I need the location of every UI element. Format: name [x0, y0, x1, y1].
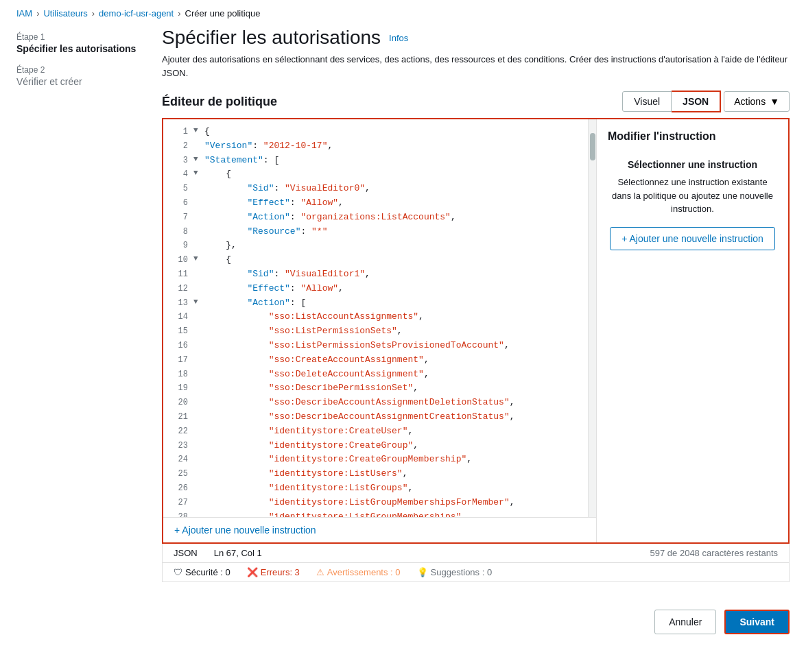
sidebar: Étape 1 Spécifier les autorisations Étap… [16, 27, 140, 582]
shield-icon: 🛡 [174, 567, 182, 577]
code-line: 24 "identitystore:CreateGroupMembership"… [163, 453, 588, 467]
code-line: 19 "sso:DescribePermissionSet", [163, 381, 588, 396]
error-icon: ❌ [247, 567, 258, 577]
page-title-section: Spécifier les autorisations Infos Ajoute… [162, 27, 790, 80]
breadcrumb-agent[interactable]: demo-icf-usr-agent [99, 8, 174, 19]
step1-title: Spécifier les autorisations [16, 43, 140, 54]
policy-editor-section: Éditeur de politique Visuel JSON Actions… [162, 91, 790, 582]
tab-visual[interactable]: Visuel [622, 91, 672, 112]
code-line: 8 "Resource": "*" [163, 225, 588, 239]
warnings-item: ⚠ Avertissements : 0 [316, 567, 401, 577]
page-description: Ajouter des autorisations en sélectionna… [162, 53, 790, 80]
code-line: 16 "sso:ListPermissionSetsProvisionedToA… [163, 339, 588, 353]
code-line: 17 "sso:CreateAccountAssignment", [163, 353, 588, 368]
breadcrumb-utilisateurs[interactable]: Utilisateurs [43, 8, 87, 19]
suggestions-label: Suggestions : 0 [431, 567, 493, 577]
status-bar: JSON Ln 67, Col 1 597 de 2048 caractères… [162, 544, 790, 563]
scrollbar[interactable] [588, 119, 596, 517]
code-line: 4▼ { [163, 167, 588, 182]
right-panel: Modifier l'instruction Sélectionner une … [596, 119, 788, 542]
warnings-label: Avertissements : 0 [327, 567, 401, 577]
breadcrumb-current: Créer une politique [185, 8, 261, 19]
step1-label: Étape 1 [16, 32, 140, 42]
code-line: 25 "identitystore:ListUsers", [163, 467, 588, 481]
code-line: 14 "sso:ListAccountAssignments", [163, 310, 588, 324]
scrollbar-thumb [590, 133, 595, 160]
security-item: 🛡 Sécurité : 0 [174, 567, 230, 577]
errors-label: Erreurs: 3 [261, 567, 300, 577]
add-new-instruction-button[interactable]: + Ajouter une nouvelle instruction [610, 227, 775, 250]
select-instruction-desc: Sélectionnez une instruction existante d… [608, 176, 777, 216]
cancel-button[interactable]: Annuler [654, 610, 716, 634]
add-instruction-bar: + Ajouter une nouvelle instruction [163, 517, 596, 542]
tab-group: Visuel JSON Actions ▼ [622, 91, 790, 112]
chevron-down-icon: ▼ [770, 96, 779, 107]
code-line: 1▼{ [163, 125, 588, 139]
code-line: 22 "identitystore:CreateUser", [163, 424, 588, 439]
code-line: 28 "identitystore:ListGroupMemberships", [163, 510, 588, 517]
add-instruction-bar-button[interactable]: + Ajouter une nouvelle instruction [174, 525, 316, 536]
status-left: JSON Ln 67, Col 1 [174, 548, 262, 558]
breadcrumb-iam[interactable]: IAM [16, 8, 32, 19]
breadcrumb-sep3: › [178, 8, 180, 19]
step2-label: Étape 2 [16, 65, 140, 75]
code-line: 23 "identitystore:CreateGroup", [163, 439, 588, 453]
right-panel-title: Modifier l'instruction [608, 130, 777, 143]
format-label: JSON [174, 548, 198, 558]
breadcrumb: IAM › Utilisateurs › demo-icf-usr-agent … [0, 0, 806, 27]
code-line: 18 "sso:DeleteAccountAssignment", [163, 368, 588, 382]
code-line: 10▼ { [163, 253, 588, 267]
code-line: 5 "Sid": "VisualEditor0", [163, 182, 588, 196]
breadcrumb-sep1: › [36, 8, 39, 19]
code-line: 21 "sso:DescribeAccountAssignmentCreatio… [163, 410, 588, 424]
code-line: 9 }, [163, 239, 588, 253]
warning-icon: ⚠ [316, 567, 324, 577]
code-line: 11 "Sid": "VisualEditor1", [163, 267, 588, 282]
select-instruction-section: Sélectionner une instruction Sélectionne… [608, 159, 777, 250]
code-line: 7 "Action": "organizations:ListAccounts"… [163, 211, 588, 225]
code-line: 15 "sso:ListPermissionSets", [163, 324, 588, 339]
next-button[interactable]: Suivant [724, 610, 790, 634]
json-editor[interactable]: 1▼{ 2 "Version": "2012-10-17", 3▼"Statem… [163, 119, 596, 542]
code-line: 26 "identitystore:ListGroups", [163, 481, 588, 496]
code-line: 12 "Effect": "Allow", [163, 282, 588, 296]
select-instruction-title: Sélectionner une instruction [608, 159, 777, 170]
breadcrumb-sep2: › [92, 8, 95, 19]
suggestions-item: 💡 Suggestions : 0 [417, 567, 493, 577]
validation-bar: 🛡 Sécurité : 0 ❌ Erreurs: 3 ⚠ Avertissem… [162, 563, 790, 582]
code-line: 13▼ "Action": [ [163, 296, 588, 311]
editor-header: Éditeur de politique Visuel JSON Actions… [162, 91, 790, 112]
content-area: Spécifier les autorisations Infos Ajoute… [162, 27, 790, 582]
suggestion-icon: 💡 [417, 567, 428, 577]
info-link[interactable]: Infos [389, 33, 408, 43]
code-line: 2 "Version": "2012-10-17", [163, 139, 588, 154]
step2-title: Vérifier et créer [16, 76, 140, 87]
footer: Annuler Suivant [0, 599, 806, 645]
page-title: Spécifier les autorisations [162, 27, 381, 49]
errors-item: ❌ Erreurs: 3 [247, 567, 300, 577]
position-label: Ln 67, Col 1 [214, 548, 262, 558]
tab-json[interactable]: JSON [672, 91, 721, 112]
editor-columns: 1▼{ 2 "Version": "2012-10-17", 3▼"Statem… [162, 118, 790, 544]
code-line: 27 "identitystore:ListGroupMembershipsFo… [163, 496, 588, 510]
code-line: 20 "sso:DescribeAccountAssignmentDeletio… [163, 396, 588, 410]
chars-remaining: 597 de 2048 caractères restants [650, 548, 778, 558]
tab-actions[interactable]: Actions ▼ [724, 91, 790, 112]
code-line: 6 "Effect": "Allow", [163, 196, 588, 211]
security-label: Sécurité : 0 [185, 567, 230, 577]
json-code-area[interactable]: 1▼{ 2 "Version": "2012-10-17", 3▼"Statem… [163, 119, 588, 517]
editor-title: Éditeur de politique [162, 95, 277, 109]
code-line: 3▼"Statement": [ [163, 154, 588, 168]
